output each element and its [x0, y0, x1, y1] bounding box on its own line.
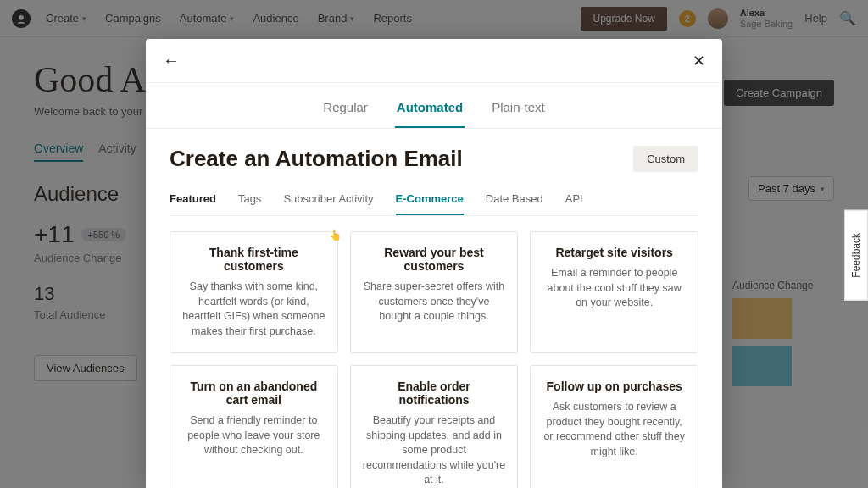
card-title: Thank first-time customers [182, 246, 326, 273]
card-desc: Email a reminder to people about the coo… [542, 266, 686, 311]
card-title: Reward your best customers [363, 246, 506, 273]
subtab-ecommerce[interactable]: E-Commerce [396, 192, 464, 215]
automation-card[interactable]: Follow up on purchasesAsk customers to r… [530, 365, 698, 488]
automation-card[interactable]: Reward your best customersShare super-se… [350, 231, 519, 353]
automation-card[interactable]: Retarget site visitorsEmail a reminder t… [530, 231, 698, 353]
card-desc: Ask customers to review a product they b… [542, 400, 686, 459]
subtab-subscriber[interactable]: Subscriber Activity [283, 192, 373, 215]
subtab-api[interactable]: API [565, 192, 583, 215]
type-tab-regular[interactable]: Regular [321, 92, 370, 128]
card-desc: Share super-secret offers with customers… [363, 280, 506, 324]
close-icon[interactable]: ✕ [693, 52, 705, 70]
type-tab-automated[interactable]: Automated [395, 92, 465, 128]
automation-card[interactable]: Enable order notificationsBeautify your … [350, 365, 519, 488]
card-title: Enable order notifications [363, 380, 506, 407]
subtab-date[interactable]: Date Based [486, 192, 543, 215]
subtab-featured[interactable]: Featured [170, 192, 216, 215]
modal-title: Create an Automation Email [170, 146, 463, 172]
back-arrow-icon[interactable]: ← [163, 51, 180, 70]
cursor-icon: 👆 [329, 230, 342, 241]
card-title: Retarget site visitors [542, 246, 686, 259]
custom-button[interactable]: Custom [633, 146, 698, 172]
card-desc: Send a friendly reminder to people who l… [182, 413, 326, 458]
feedback-tab[interactable]: Feedback [844, 210, 868, 301]
card-desc: Beautify your receipts and shipping upda… [363, 413, 506, 488]
card-title: Turn on an abandoned cart email [182, 380, 326, 407]
automation-modal: ← ✕ Regular Automated Plain-text Create … [146, 39, 722, 488]
automation-card[interactable]: Thank first-time customersSay thanks wit… [170, 231, 338, 353]
card-desc: Say thanks with some kind, heartfelt wor… [182, 280, 326, 339]
type-tab-plaintext[interactable]: Plain-text [490, 92, 547, 128]
automation-card[interactable]: Turn on an abandoned cart emailSend a fr… [170, 365, 338, 488]
card-title: Follow up on purchases [542, 380, 686, 393]
subtab-tags[interactable]: Tags [238, 192, 261, 215]
